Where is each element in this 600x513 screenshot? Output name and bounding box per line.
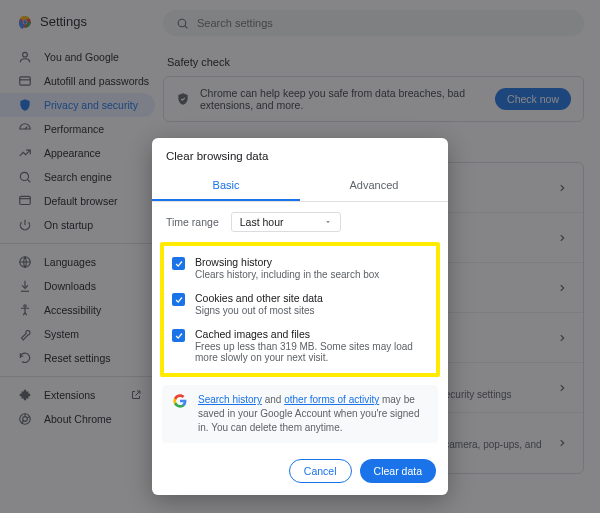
checkbox-cookies[interactable]: Cookies and other site data Signs you ou… [166, 286, 434, 322]
checkbox-icon[interactable] [172, 257, 185, 270]
checkbox-title: Cached images and files [195, 328, 428, 340]
time-range-label: Time range [166, 216, 219, 228]
checkbox-subtitle: Signs you out of most sites [195, 305, 323, 316]
tab-basic[interactable]: Basic [152, 172, 300, 201]
time-range-select[interactable]: Last hour [231, 212, 341, 232]
link-other-activity[interactable]: other forms of activity [284, 394, 379, 405]
dialog-title: Clear browsing data [152, 138, 448, 172]
time-range-row: Time range Last hour [152, 202, 448, 238]
tab-advanced[interactable]: Advanced [300, 172, 448, 201]
clear-browsing-data-dialog: Clear browsing data Basic Advanced Time … [152, 138, 448, 495]
time-range-value: Last hour [240, 216, 284, 228]
clear-data-button[interactable]: Clear data [360, 459, 436, 483]
highlighted-checkbox-area: Browsing history Clears history, includi… [160, 242, 440, 377]
caret-down-icon [324, 218, 332, 226]
cancel-button[interactable]: Cancel [289, 459, 352, 483]
google-info-row: Search history and other forms of activi… [162, 385, 438, 443]
checkbox-title: Cookies and other site data [195, 292, 323, 304]
checkbox-cached-images[interactable]: Cached images and files Frees up less th… [166, 322, 434, 369]
checkbox-browsing-history[interactable]: Browsing history Clears history, includi… [166, 250, 434, 286]
checkbox-icon[interactable] [172, 293, 185, 306]
checkbox-subtitle: Clears history, including in the search … [195, 269, 379, 280]
link-search-history[interactable]: Search history [198, 394, 262, 405]
checkbox-subtitle: Frees up less than 319 MB. Some sites ma… [195, 341, 428, 363]
google-info-text: Search history and other forms of activi… [198, 393, 428, 435]
checkbox-title: Browsing history [195, 256, 379, 268]
dialog-actions: Cancel Clear data [152, 453, 448, 495]
google-g-icon [172, 393, 188, 409]
dialog-tabs: Basic Advanced [152, 172, 448, 202]
checkbox-icon[interactable] [172, 329, 185, 342]
